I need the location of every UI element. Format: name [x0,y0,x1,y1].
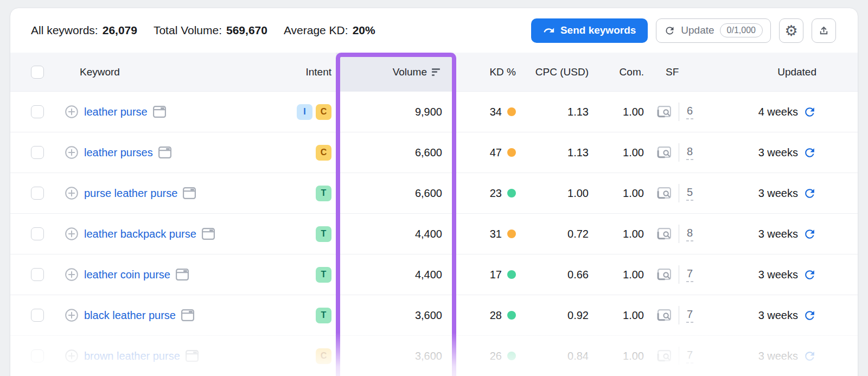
refresh-icon[interactable] [803,187,816,200]
serp-page-icon[interactable] [181,309,194,321]
serp-features-preview-icon[interactable] [657,146,672,160]
stat-label: Total Volume: [154,24,222,37]
kd-value: 31 [490,228,502,240]
serp-features-preview-icon[interactable] [657,227,672,241]
com-value: 1.00 [595,228,649,240]
serp-page-icon[interactable] [183,187,196,199]
column-header-volume[interactable]: Volume [336,53,454,91]
divider [679,143,679,162]
refresh-icon[interactable] [803,268,816,282]
update-button[interactable]: Update 0/1,000 [656,18,771,43]
table-row[interactable]: purse leather purse T 6,600 23 1.00 1.00… [10,173,858,213]
serp-page-icon[interactable] [153,106,166,118]
row-checkbox[interactable] [31,187,44,200]
column-header-updated[interactable]: Updated [731,66,825,78]
intent-badge-T[interactable]: T [316,267,331,283]
row-checkbox[interactable] [31,146,44,159]
sf-count[interactable]: 6 [686,105,693,119]
keyword-link[interactable]: leather purse [84,106,148,118]
intent-badge-T[interactable]: T [316,186,331,201]
add-keyword-plus-icon[interactable] [65,186,79,200]
add-keyword-plus-icon[interactable] [65,145,79,160]
sf-count[interactable]: 7 [686,267,693,282]
cpc-value: 0.66 [525,269,595,281]
refresh-icon[interactable] [803,105,816,119]
column-header-intent[interactable]: Intent [282,66,336,78]
update-counter-badge: 0/1,000 [720,23,763,37]
refresh-icon[interactable] [803,146,816,160]
table-header: Keyword Intent Volume KD % CPC (USD) Com… [10,53,858,91]
serp-features-preview-icon[interactable] [657,187,672,200]
serp-page-icon[interactable] [176,269,189,281]
divider [679,225,679,243]
updated-value: 3 weeks [758,309,798,322]
serp-page-icon[interactable] [202,228,215,240]
column-header-keyword[interactable]: Keyword [65,66,282,78]
refresh-icon[interactable] [803,227,816,241]
column-header-sf[interactable]: SF [649,66,731,78]
sf-count[interactable]: 7 [686,349,693,364]
serp-page-icon[interactable] [186,350,199,362]
refresh-icon[interactable] [803,309,816,322]
select-all-checkbox[interactable] [31,66,44,79]
stat-label: All keywords: [31,24,98,37]
table-row[interactable]: leather backpack purse T 4,400 31 0.72 1… [10,213,858,254]
serp-features-preview-icon[interactable] [657,268,672,282]
add-keyword-plus-icon[interactable] [65,349,79,363]
add-keyword-plus-icon[interactable] [65,105,79,119]
add-keyword-plus-icon[interactable] [65,227,79,241]
stat-value: 569,670 [226,24,267,37]
toolbar: All keywords: 26,079 Total Volume: 569,6… [10,8,858,53]
updated-value: 3 weeks [758,187,798,200]
settings-button[interactable]: ⚙ [779,18,803,43]
divider [679,265,679,284]
table-row[interactable]: leather purse IC 9,900 34 1.13 1.00 6 4 … [10,91,858,132]
column-header-cpc[interactable]: CPC (USD) [525,66,595,78]
row-checkbox[interactable] [31,268,44,281]
table-row[interactable]: black leather purse T 3,600 28 0.92 1.00… [10,295,858,335]
export-button[interactable] [812,18,836,43]
table-body: leather purse IC 9,900 34 1.13 1.00 6 4 … [10,91,858,376]
row-checkbox[interactable] [31,309,44,322]
serp-features-preview-icon[interactable] [657,105,672,119]
serp-page-icon[interactable] [158,146,171,158]
intent-badges: C [282,145,336,161]
serp-features-preview-icon[interactable] [657,349,672,363]
intent-badge-C[interactable]: C [316,104,331,120]
sf-count[interactable]: 8 [686,145,693,160]
intent-badges: T [282,186,336,201]
keyword-link[interactable]: black leather purse [84,309,176,322]
table-row[interactable]: leather purses C 6,600 47 1.13 1.00 8 3 … [10,132,858,173]
intent-badge-C[interactable]: C [316,348,331,364]
stat-label: Average KD: [284,24,348,37]
keyword-link[interactable]: leather coin purse [84,269,170,281]
row-checkbox[interactable] [31,105,44,118]
row-checkbox[interactable] [31,349,44,362]
keyword-link[interactable]: leather backpack purse [84,228,196,240]
column-header-kd[interactable]: KD % [454,66,525,78]
table-row[interactable]: leather coin purse T 4,400 17 0.66 1.00 … [10,254,858,295]
divider [679,103,679,121]
intent-badge-T[interactable]: T [316,308,331,323]
updated-value: 3 weeks [758,228,798,240]
row-checkbox[interactable] [31,227,44,240]
sf-count[interactable]: 5 [686,186,693,201]
send-keywords-label: Send keywords [560,24,636,36]
add-keyword-plus-icon[interactable] [65,267,79,282]
send-keywords-button[interactable]: Send keywords [531,18,648,43]
sf-count[interactable]: 8 [686,227,693,241]
sf-count[interactable]: 7 [686,308,693,323]
kd-value: 17 [490,269,502,281]
column-header-com[interactable]: Com. [595,66,649,78]
intent-badge-I[interactable]: I [297,104,312,120]
intent-badge-T[interactable]: T [316,226,331,242]
keyword-link[interactable]: leather purses [84,146,153,159]
keyword-link[interactable]: purse leather purse [84,187,177,200]
add-keyword-plus-icon[interactable] [65,308,79,322]
serp-features-preview-icon[interactable] [657,309,672,322]
keyword-link[interactable]: brown leather purse [84,350,180,362]
table-row[interactable]: brown leather purse C 3,600 26 0.84 1.00… [10,335,858,376]
keyword-manager-card: All keywords: 26,079 Total Volume: 569,6… [10,8,858,376]
intent-badge-C[interactable]: C [316,145,331,161]
refresh-icon[interactable] [803,349,816,363]
